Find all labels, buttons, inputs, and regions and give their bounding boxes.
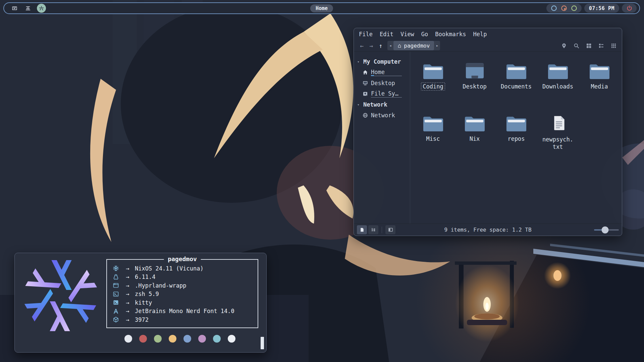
fetch-row-font: → JetBrains Mono Nerd Font 14.0 bbox=[111, 307, 258, 316]
search-button[interactable] bbox=[572, 41, 581, 50]
toggle-side-pane-button[interactable] bbox=[385, 225, 395, 234]
nixos-icon bbox=[113, 265, 119, 272]
menu-bookmarks[interactable]: Bookmarks bbox=[435, 31, 466, 38]
indicator-blue-icon[interactable] bbox=[551, 5, 557, 11]
tree-pane-button[interactable] bbox=[368, 225, 378, 234]
fetch-row-wm: → .Hyprland-wrapp bbox=[111, 281, 258, 290]
file-item-desktop[interactable]: Desktop bbox=[454, 60, 495, 111]
terminal-icon bbox=[113, 299, 119, 306]
icon-view-button[interactable] bbox=[584, 41, 594, 50]
file-item-repos[interactable]: repos bbox=[495, 113, 537, 163]
file-item-coding[interactable]: Coding bbox=[412, 60, 454, 111]
menu-edit[interactable]: Edit bbox=[380, 31, 393, 38]
file-item-media[interactable]: Media bbox=[579, 60, 620, 111]
workspace-six[interactable] bbox=[37, 4, 46, 13]
path-segment-home[interactable]: ⌂ pagedmov bbox=[393, 41, 434, 50]
fetch-rows: → NixOS 24.11 (Vicuna) → 6.11.4 → .Hyprl… bbox=[107, 260, 258, 324]
fetch-info-box: pagedmov → NixOS 24.11 (Vicuna) → 6.11.4… bbox=[106, 259, 258, 328]
side-pane-icon bbox=[388, 227, 393, 232]
detailed-view-button[interactable] bbox=[609, 41, 619, 50]
expander-icon[interactable]: ▾ bbox=[357, 103, 360, 107]
indicator-green-icon[interactable] bbox=[571, 5, 577, 11]
tree-icon bbox=[371, 227, 376, 232]
toolbar: ← → ↑ ◂ ⌂ pagedmov ▸ bbox=[354, 40, 622, 51]
palette-dot-6 bbox=[213, 335, 221, 343]
file-label: Documents bbox=[501, 83, 532, 90]
menu-view[interactable]: View bbox=[400, 31, 414, 38]
arrow-icon: → bbox=[120, 291, 135, 297]
file-label: Desktop bbox=[463, 83, 487, 90]
package-icon bbox=[113, 316, 119, 323]
sidebar-group-network[interactable]: ▾ Network bbox=[354, 99, 410, 110]
sidebar-group-label: Network bbox=[363, 101, 387, 108]
file-item-documents[interactable]: Documents bbox=[495, 60, 537, 111]
arrow-icon: → bbox=[120, 316, 135, 323]
workspace-five[interactable] bbox=[23, 4, 33, 13]
up-button[interactable]: ↑ bbox=[376, 41, 385, 50]
indicator-orange-icon[interactable] bbox=[561, 5, 567, 11]
file-label: Coding bbox=[421, 82, 445, 90]
path-scroll-right-icon[interactable]: ▸ bbox=[434, 43, 440, 48]
sidebar-item-desktop[interactable]: Desktop bbox=[354, 78, 410, 88]
pin-icon bbox=[561, 43, 567, 49]
workspace-four[interactable] bbox=[10, 4, 19, 13]
arrow-icon: → bbox=[120, 282, 135, 289]
fetch-row-os: → NixOS 24.11 (Vicuna) bbox=[111, 264, 258, 273]
folder-icon bbox=[464, 115, 485, 132]
active-window-title: Home bbox=[310, 4, 333, 12]
file-item-newpsych-txt[interactable]: newpsych.txt bbox=[537, 113, 579, 163]
palette-dot-7 bbox=[228, 335, 235, 343]
places-icon bbox=[360, 227, 365, 232]
menu-go[interactable]: Go bbox=[421, 31, 428, 38]
fetch-value-packages: 3972 bbox=[135, 316, 149, 323]
fetch-row-terminal: → kitty bbox=[111, 298, 258, 307]
file-label: Downloads bbox=[542, 83, 573, 90]
terminal-cursor bbox=[261, 337, 264, 349]
detailed-view-icon bbox=[611, 43, 616, 49]
status-bar: 9 items, Free space: 1.2 TB bbox=[354, 224, 622, 236]
folder-icon bbox=[506, 62, 527, 80]
file-label: repos bbox=[507, 135, 525, 142]
home-icon bbox=[363, 70, 368, 75]
menu-file[interactable]: File bbox=[359, 31, 373, 38]
home-icon: ⌂ bbox=[398, 42, 401, 49]
palette-dot-2 bbox=[154, 335, 162, 343]
sidebar-item-home[interactable]: Home bbox=[354, 67, 410, 78]
sidebar-item-network[interactable]: Network bbox=[354, 110, 410, 121]
places-pane-button[interactable] bbox=[357, 225, 367, 234]
power-icon bbox=[626, 5, 633, 11]
desktop-icon bbox=[363, 80, 368, 86]
path-segment-label: pagedmov bbox=[404, 43, 430, 49]
power-button[interactable] bbox=[622, 4, 637, 13]
zoom-slider[interactable] bbox=[594, 229, 619, 231]
path-scroll-left-icon[interactable]: ◂ bbox=[387, 43, 393, 48]
sidebar-item-label: Network bbox=[371, 112, 395, 119]
folder-icon bbox=[506, 115, 527, 132]
file-manager-body: ▾ My Computer Home Desktop File Sy… ▾ Ne… bbox=[354, 51, 622, 224]
file-item-nix[interactable]: Nix bbox=[454, 113, 495, 163]
path-bar: ◂ ⌂ pagedmov ▸ bbox=[387, 41, 440, 50]
desktop-folder-icon bbox=[464, 62, 485, 80]
file-label: newpsych.txt bbox=[541, 136, 575, 150]
forward-button[interactable]: → bbox=[367, 41, 376, 50]
top-bar-right: 07:56 PM bbox=[546, 4, 637, 13]
compact-view-button[interactable] bbox=[596, 41, 606, 50]
expander-icon[interactable]: ▾ bbox=[357, 60, 360, 64]
arrow-icon: → bbox=[120, 265, 135, 272]
file-item-misc[interactable]: Misc bbox=[412, 113, 454, 163]
workspace-four-glyph bbox=[12, 5, 17, 11]
fetch-value-os: NixOS 24.11 (Vicuna) bbox=[135, 265, 204, 272]
file-item-downloads[interactable]: Downloads bbox=[537, 60, 579, 111]
zoom-slider-knob[interactable] bbox=[602, 226, 609, 233]
folder-icon bbox=[589, 62, 610, 80]
shell-icon bbox=[113, 291, 119, 297]
back-button[interactable]: ← bbox=[357, 41, 367, 50]
folder-icon bbox=[547, 62, 569, 80]
terminal-window[interactable]: pagedmov → NixOS 24.11 (Vicuna) → 6.11.4… bbox=[14, 253, 267, 353]
palette-dot-3 bbox=[169, 335, 176, 343]
arrow-icon: → bbox=[120, 299, 135, 306]
sidebar-group-my-computer[interactable]: ▾ My Computer bbox=[354, 56, 410, 67]
sidebar-item-filesystem[interactable]: File Sy… bbox=[354, 88, 410, 99]
menu-help[interactable]: Help bbox=[473, 31, 487, 38]
location-button[interactable] bbox=[559, 41, 569, 50]
